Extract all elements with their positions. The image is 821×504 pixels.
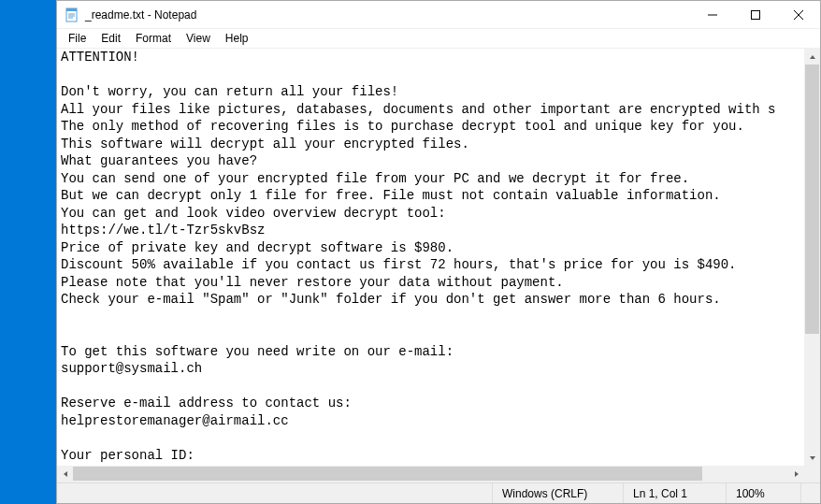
window-title: _readme.txt - Notepad	[85, 8, 196, 22]
menubar: File Edit Format View Help	[57, 29, 820, 48]
horizontal-scrollbar[interactable]	[57, 466, 804, 482]
window-controls	[691, 1, 820, 28]
menu-file[interactable]: File	[61, 30, 94, 47]
vertical-scrollbar[interactable]	[804, 49, 820, 466]
minimize-button[interactable]	[691, 1, 734, 28]
svg-rect-1	[66, 8, 77, 11]
status-empty	[57, 483, 492, 503]
menu-view[interactable]: View	[179, 30, 218, 47]
close-button[interactable]	[777, 1, 820, 28]
horizontal-scroll-thumb[interactable]	[73, 467, 702, 481]
vertical-scroll-track[interactable]	[804, 65, 820, 450]
status-pad	[800, 483, 820, 503]
scroll-left-button[interactable]	[57, 466, 73, 482]
scroll-up-button[interactable]	[804, 49, 820, 65]
svg-marker-12	[795, 471, 799, 477]
text-area[interactable]: ATTENTION! Don't worry, you can return a…	[59, 49, 805, 465]
notepad-window: _readme.txt - Notepad File Edit Format V…	[56, 0, 821, 504]
statusbar: Windows (CRLF) Ln 1, Col 1 100%	[57, 482, 820, 503]
scroll-down-button[interactable]	[804, 450, 820, 466]
menu-format[interactable]: Format	[128, 30, 179, 47]
svg-marker-9	[810, 55, 815, 59]
status-zoom: 100%	[726, 483, 800, 503]
vertical-scroll-thumb[interactable]	[805, 65, 819, 334]
titlebar[interactable]: _readme.txt - Notepad	[57, 1, 820, 29]
status-position: Ln 1, Col 1	[623, 483, 726, 503]
status-encoding: Windows (CRLF)	[492, 483, 623, 503]
maximize-button[interactable]	[734, 1, 777, 28]
horizontal-scroll-track[interactable]	[73, 466, 788, 482]
svg-marker-10	[810, 456, 815, 460]
notepad-icon	[65, 7, 79, 22]
scroll-right-button[interactable]	[788, 466, 804, 482]
scrollbar-corner	[804, 466, 820, 482]
svg-rect-6	[752, 10, 760, 19]
menu-help[interactable]: Help	[218, 30, 256, 47]
svg-marker-11	[64, 471, 67, 477]
menu-edit[interactable]: Edit	[94, 30, 128, 47]
text-area-container: ATTENTION! Don't worry, you can return a…	[57, 48, 820, 482]
